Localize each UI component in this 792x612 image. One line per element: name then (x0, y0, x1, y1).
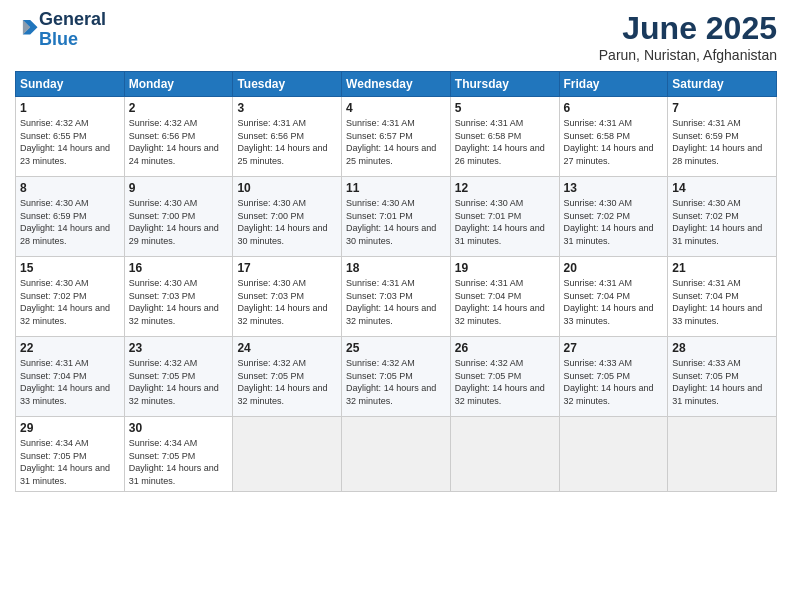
calendar-day-cell: 11 Sunrise: 4:30 AMSunset: 7:01 PMDaylig… (342, 177, 451, 257)
day-info: Sunrise: 4:30 AMSunset: 7:03 PMDaylight:… (129, 278, 219, 326)
day-info: Sunrise: 4:31 AMSunset: 7:04 PMDaylight:… (455, 278, 545, 326)
day-info: Sunrise: 4:31 AMSunset: 6:59 PMDaylight:… (672, 118, 762, 166)
day-info: Sunrise: 4:34 AMSunset: 7:05 PMDaylight:… (20, 438, 110, 486)
calendar-week-row: 8 Sunrise: 4:30 AMSunset: 6:59 PMDayligh… (16, 177, 777, 257)
day-number: 4 (346, 101, 446, 115)
calendar-day-cell: 3 Sunrise: 4:31 AMSunset: 6:56 PMDayligh… (233, 97, 342, 177)
day-info: Sunrise: 4:30 AMSunset: 7:03 PMDaylight:… (237, 278, 327, 326)
calendar-empty-cell (233, 417, 342, 492)
calendar-week-row: 29 Sunrise: 4:34 AMSunset: 7:05 PMDaylig… (16, 417, 777, 492)
calendar-day-cell: 27 Sunrise: 4:33 AMSunset: 7:05 PMDaylig… (559, 337, 668, 417)
day-header-tuesday: Tuesday (233, 72, 342, 97)
day-number: 27 (564, 341, 664, 355)
day-info: Sunrise: 4:32 AMSunset: 7:05 PMDaylight:… (346, 358, 436, 406)
day-info: Sunrise: 4:34 AMSunset: 7:05 PMDaylight:… (129, 438, 219, 486)
calendar-day-cell: 2 Sunrise: 4:32 AMSunset: 6:56 PMDayligh… (124, 97, 233, 177)
calendar-empty-cell (342, 417, 451, 492)
day-info: Sunrise: 4:31 AMSunset: 7:04 PMDaylight:… (564, 278, 654, 326)
day-number: 14 (672, 181, 772, 195)
calendar-day-cell: 14 Sunrise: 4:30 AMSunset: 7:02 PMDaylig… (668, 177, 777, 257)
location: Parun, Nuristan, Afghanistan (599, 47, 777, 63)
day-number: 23 (129, 341, 229, 355)
calendar-day-cell: 28 Sunrise: 4:33 AMSunset: 7:05 PMDaylig… (668, 337, 777, 417)
day-info: Sunrise: 4:32 AMSunset: 6:55 PMDaylight:… (20, 118, 110, 166)
day-number: 11 (346, 181, 446, 195)
calendar-day-cell: 10 Sunrise: 4:30 AMSunset: 7:00 PMDaylig… (233, 177, 342, 257)
calendar-day-cell: 29 Sunrise: 4:34 AMSunset: 7:05 PMDaylig… (16, 417, 125, 492)
day-info: Sunrise: 4:32 AMSunset: 7:05 PMDaylight:… (129, 358, 219, 406)
day-info: Sunrise: 4:32 AMSunset: 6:56 PMDaylight:… (129, 118, 219, 166)
month-title: June 2025 (599, 10, 777, 47)
day-info: Sunrise: 4:31 AMSunset: 6:58 PMDaylight:… (455, 118, 545, 166)
day-info: Sunrise: 4:30 AMSunset: 7:01 PMDaylight:… (455, 198, 545, 246)
calendar-empty-cell (668, 417, 777, 492)
calendar-header-row: SundayMondayTuesdayWednesdayThursdayFrid… (16, 72, 777, 97)
day-number: 12 (455, 181, 555, 195)
day-info: Sunrise: 4:30 AMSunset: 7:00 PMDaylight:… (237, 198, 327, 246)
calendar-day-cell: 17 Sunrise: 4:30 AMSunset: 7:03 PMDaylig… (233, 257, 342, 337)
calendar-empty-cell (450, 417, 559, 492)
day-number: 9 (129, 181, 229, 195)
calendar-day-cell: 4 Sunrise: 4:31 AMSunset: 6:57 PMDayligh… (342, 97, 451, 177)
day-info: Sunrise: 4:33 AMSunset: 7:05 PMDaylight:… (672, 358, 762, 406)
calendar-day-cell: 13 Sunrise: 4:30 AMSunset: 7:02 PMDaylig… (559, 177, 668, 257)
calendar-day-cell: 23 Sunrise: 4:32 AMSunset: 7:05 PMDaylig… (124, 337, 233, 417)
day-number: 30 (129, 421, 229, 435)
page: General Blue June 2025 Parun, Nuristan, … (0, 0, 792, 612)
day-number: 24 (237, 341, 337, 355)
calendar-day-cell: 1 Sunrise: 4:32 AMSunset: 6:55 PMDayligh… (16, 97, 125, 177)
day-number: 28 (672, 341, 772, 355)
calendar-day-cell: 25 Sunrise: 4:32 AMSunset: 7:05 PMDaylig… (342, 337, 451, 417)
day-header-wednesday: Wednesday (342, 72, 451, 97)
day-number: 26 (455, 341, 555, 355)
day-header-sunday: Sunday (16, 72, 125, 97)
header: General Blue June 2025 Parun, Nuristan, … (15, 10, 777, 63)
calendar-day-cell: 7 Sunrise: 4:31 AMSunset: 6:59 PMDayligh… (668, 97, 777, 177)
calendar-week-row: 15 Sunrise: 4:30 AMSunset: 7:02 PMDaylig… (16, 257, 777, 337)
day-number: 8 (20, 181, 120, 195)
calendar-week-row: 1 Sunrise: 4:32 AMSunset: 6:55 PMDayligh… (16, 97, 777, 177)
day-number: 20 (564, 261, 664, 275)
calendar-day-cell: 5 Sunrise: 4:31 AMSunset: 6:58 PMDayligh… (450, 97, 559, 177)
day-number: 2 (129, 101, 229, 115)
day-number: 3 (237, 101, 337, 115)
day-info: Sunrise: 4:30 AMSunset: 7:02 PMDaylight:… (20, 278, 110, 326)
day-info: Sunrise: 4:30 AMSunset: 7:00 PMDaylight:… (129, 198, 219, 246)
calendar-day-cell: 6 Sunrise: 4:31 AMSunset: 6:58 PMDayligh… (559, 97, 668, 177)
day-number: 10 (237, 181, 337, 195)
calendar-day-cell: 20 Sunrise: 4:31 AMSunset: 7:04 PMDaylig… (559, 257, 668, 337)
day-number: 5 (455, 101, 555, 115)
logo-general-text: General (39, 9, 106, 29)
day-info: Sunrise: 4:31 AMSunset: 6:58 PMDaylight:… (564, 118, 654, 166)
day-info: Sunrise: 4:32 AMSunset: 7:05 PMDaylight:… (237, 358, 327, 406)
day-header-saturday: Saturday (668, 72, 777, 97)
day-header-friday: Friday (559, 72, 668, 97)
logo-icon (17, 17, 39, 39)
day-number: 29 (20, 421, 120, 435)
calendar-week-row: 22 Sunrise: 4:31 AMSunset: 7:04 PMDaylig… (16, 337, 777, 417)
calendar-day-cell: 18 Sunrise: 4:31 AMSunset: 7:03 PMDaylig… (342, 257, 451, 337)
calendar-table: SundayMondayTuesdayWednesdayThursdayFrid… (15, 71, 777, 492)
day-info: Sunrise: 4:32 AMSunset: 7:05 PMDaylight:… (455, 358, 545, 406)
day-number: 1 (20, 101, 120, 115)
day-info: Sunrise: 4:31 AMSunset: 6:57 PMDaylight:… (346, 118, 436, 166)
calendar-day-cell: 21 Sunrise: 4:31 AMSunset: 7:04 PMDaylig… (668, 257, 777, 337)
day-number: 18 (346, 261, 446, 275)
day-number: 7 (672, 101, 772, 115)
day-info: Sunrise: 4:31 AMSunset: 7:04 PMDaylight:… (20, 358, 110, 406)
day-number: 22 (20, 341, 120, 355)
calendar-day-cell: 12 Sunrise: 4:30 AMSunset: 7:01 PMDaylig… (450, 177, 559, 257)
day-info: Sunrise: 4:30 AMSunset: 7:01 PMDaylight:… (346, 198, 436, 246)
day-info: Sunrise: 4:30 AMSunset: 7:02 PMDaylight:… (672, 198, 762, 246)
calendar-day-cell: 19 Sunrise: 4:31 AMSunset: 7:04 PMDaylig… (450, 257, 559, 337)
calendar-empty-cell (559, 417, 668, 492)
day-info: Sunrise: 4:31 AMSunset: 6:56 PMDaylight:… (237, 118, 327, 166)
calendar-day-cell: 8 Sunrise: 4:30 AMSunset: 6:59 PMDayligh… (16, 177, 125, 257)
calendar-day-cell: 30 Sunrise: 4:34 AMSunset: 7:05 PMDaylig… (124, 417, 233, 492)
day-header-thursday: Thursday (450, 72, 559, 97)
logo-blue-text: Blue (39, 29, 78, 49)
day-number: 6 (564, 101, 664, 115)
day-info: Sunrise: 4:31 AMSunset: 7:03 PMDaylight:… (346, 278, 436, 326)
day-header-monday: Monday (124, 72, 233, 97)
calendar-day-cell: 16 Sunrise: 4:30 AMSunset: 7:03 PMDaylig… (124, 257, 233, 337)
